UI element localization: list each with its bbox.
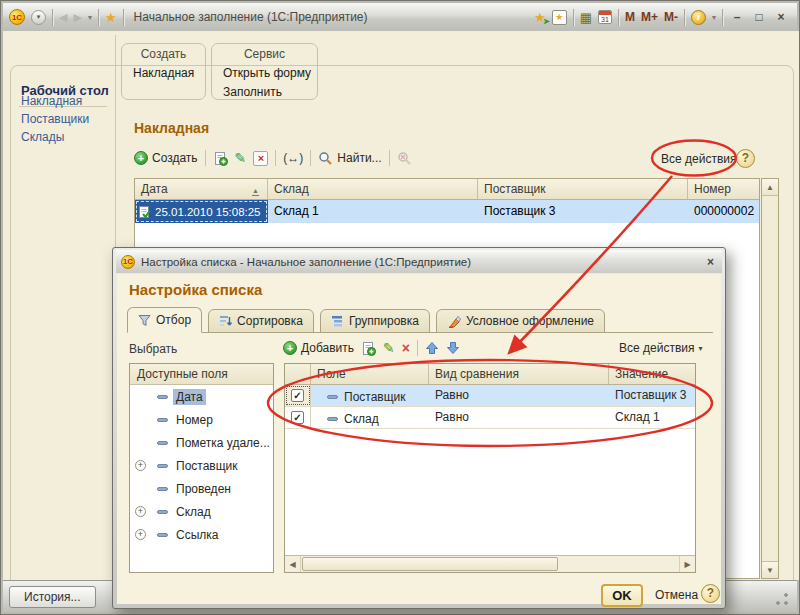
filter-table-header: Поле Вид сравнения Значение: [285, 364, 695, 385]
column-header-warehouse[interactable]: Склад: [268, 179, 478, 199]
cell-comparison[interactable]: Равно: [429, 385, 609, 406]
column-header-comparison[interactable]: Вид сравнения: [429, 364, 609, 384]
close-button[interactable]: ×: [773, 10, 789, 24]
maximize-button[interactable]: □: [751, 10, 767, 24]
table-row[interactable]: 25.01.2010 15:08:25 Склад 1 Поставщик 3 …: [135, 200, 759, 223]
tree-item-proveden[interactable]: Проведен: [130, 477, 273, 500]
column-header-date[interactable]: Дата ▲: [135, 179, 268, 199]
tab-conditional-appearance[interactable]: Условное оформление: [436, 309, 605, 333]
checkbox-cell[interactable]: ✓: [285, 385, 311, 406]
filter-table-hscrollbar[interactable]: ◀ ▶: [285, 555, 695, 572]
list-toolbar: + Создать ✎ × (↔) Найти...: [134, 147, 412, 169]
filter-toolbar: + Добавить ✎ ×: [283, 337, 460, 359]
tree-item-sklad[interactable]: + Склад: [130, 500, 273, 523]
cell-field[interactable]: Поставщик: [311, 385, 429, 406]
scroll-left-icon[interactable]: ◀: [285, 556, 301, 572]
sidebar-item-nakladnaya[interactable]: Накладная: [21, 94, 82, 108]
tab-grouping[interactable]: Группировка: [320, 309, 430, 333]
scroll-up-icon[interactable]: ▲: [762, 179, 778, 196]
delete-icon[interactable]: ×: [402, 340, 410, 356]
help-button[interactable]: ?: [736, 149, 755, 168]
history-button[interactable]: История...: [9, 586, 96, 608]
cell-value[interactable]: Склад 1: [609, 407, 695, 428]
filter-row-warehouse[interactable]: ✓ Склад Равно Склад 1: [285, 407, 695, 429]
set-interval-icon[interactable]: (↔): [283, 151, 303, 165]
sidebar-item-postavshchiki[interactable]: Поставщики: [21, 112, 89, 126]
resize-grip[interactable]: [775, 592, 789, 606]
minimize-button[interactable]: –: [729, 10, 745, 24]
favorites-star-icon[interactable]: ★: [105, 10, 117, 25]
copy-item-icon[interactable]: [213, 151, 228, 166]
command-create-nakladnaya[interactable]: Накладная: [122, 66, 205, 80]
command-open-form[interactable]: Открыть форму: [212, 66, 317, 80]
create-button[interactable]: + Создать: [134, 151, 198, 165]
clear-find-icon[interactable]: [397, 151, 412, 166]
cell-field[interactable]: Склад: [311, 407, 429, 428]
expand-icon[interactable]: +: [135, 529, 146, 540]
tab-sorting[interactable]: Сортировка: [208, 309, 314, 333]
checkbox-checked-icon[interactable]: ✓: [291, 411, 304, 424]
cell-number[interactable]: 000000002: [688, 200, 759, 223]
move-down-icon[interactable]: [446, 341, 460, 355]
column-header-supplier[interactable]: Поставщик: [478, 179, 688, 199]
column-header-field[interactable]: Поле: [311, 364, 429, 384]
dialog-help-button[interactable]: ?: [701, 584, 720, 603]
move-up-icon[interactable]: [425, 341, 439, 355]
scroll-down-icon[interactable]: ▼: [762, 561, 778, 578]
expand-icon[interactable]: +: [135, 506, 146, 517]
info-icon[interactable]: i: [691, 10, 706, 25]
cell-warehouse[interactable]: Склад 1: [268, 200, 478, 223]
attribute-icon: [157, 418, 168, 422]
scrollbar-thumb[interactable]: [302, 557, 558, 571]
choose-label: Выбрать: [129, 342, 177, 356]
tree-item-postavshchik[interactable]: + Поставщик: [130, 454, 273, 477]
cell-comparison[interactable]: Равно: [429, 407, 609, 428]
command-group-title: Создать: [122, 44, 205, 61]
tree-item-pometka[interactable]: Пометка удале...: [130, 431, 273, 454]
dialog-all-actions-button[interactable]: Все действия ▾: [619, 341, 702, 355]
tree-item-ssylka[interactable]: + Ссылка: [130, 523, 273, 546]
tree-item-data[interactable]: Дата: [130, 385, 273, 408]
nav-forward-icon[interactable]: ▶: [73, 11, 81, 24]
add-favorite-icon[interactable]: ★➤: [534, 10, 546, 25]
cell-supplier[interactable]: Поставщик 3: [478, 200, 688, 223]
delete-icon[interactable]: ×: [253, 151, 268, 166]
filter-row-supplier[interactable]: ✓ Поставщик Равно Поставщик 3: [285, 385, 695, 407]
attribute-icon: [157, 487, 168, 491]
ok-button[interactable]: OK: [601, 584, 643, 607]
list-title: Накладная: [134, 120, 209, 136]
edit-icon[interactable]: ✎: [383, 340, 395, 356]
add-button[interactable]: + Добавить: [283, 341, 354, 355]
edit-icon[interactable]: ✎: [235, 150, 247, 166]
find-button[interactable]: Найти...: [318, 151, 381, 166]
copy-item-icon[interactable]: [361, 341, 376, 356]
info-dropdown-icon[interactable]: ▾: [712, 13, 716, 22]
calendar-icon[interactable]: 31: [598, 10, 612, 24]
cell-date-selected[interactable]: 25.01.2010 15:08:25: [135, 200, 268, 223]
memory-m-minus-button[interactable]: M-: [664, 10, 678, 24]
sidebar-item-sklady[interactable]: Склады: [21, 130, 64, 144]
cell-value[interactable]: Поставщик 3: [609, 385, 695, 406]
scroll-right-icon[interactable]: ▶: [679, 556, 695, 572]
memory-m-button[interactable]: M: [625, 10, 635, 24]
checkbox-checked-icon[interactable]: ✓: [291, 389, 304, 402]
table-vertical-scrollbar[interactable]: ▲ ▼: [761, 178, 779, 579]
command-fill[interactable]: Заполнить: [212, 85, 317, 99]
app-logo-icon: 1С: [121, 255, 135, 269]
main-menu-button[interactable]: ▾: [31, 10, 46, 25]
expand-icon[interactable]: +: [135, 460, 146, 471]
calculator-icon[interactable]: ▦: [580, 10, 592, 25]
memory-m-plus-button[interactable]: M+: [641, 10, 658, 24]
all-actions-button[interactable]: Все действия ▾: [661, 152, 744, 166]
checkbox-cell[interactable]: ✓: [285, 407, 311, 428]
nav-back-icon[interactable]: ◀: [59, 11, 67, 24]
column-header-value[interactable]: Значение: [609, 364, 695, 384]
tree-item-nomer[interactable]: Номер: [130, 408, 273, 431]
column-header-number[interactable]: Номер: [688, 179, 759, 199]
tab-filter[interactable]: Отбор: [127, 307, 202, 333]
nav-history-dropdown-icon[interactable]: ▾: [88, 13, 92, 22]
dialog-close-button[interactable]: ×: [707, 255, 714, 269]
dialog-title: Настройка списка - Начальное заполнение …: [141, 256, 701, 268]
open-favorites-icon[interactable]: ★: [552, 10, 567, 25]
cancel-button[interactable]: Отмена: [655, 588, 698, 602]
